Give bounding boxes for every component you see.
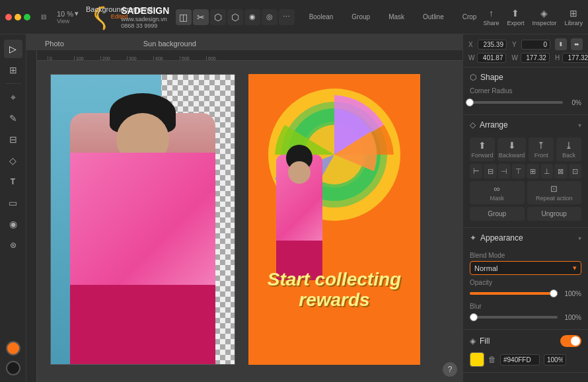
align-bottom-btn[interactable]: ⊥	[540, 164, 553, 178]
y-value-input[interactable]	[521, 40, 550, 50]
fill-toggle-knob	[571, 336, 580, 346]
distribute-v-btn[interactable]: ⊡	[569, 164, 581, 178]
zoom-arrow: ▾	[75, 9, 79, 18]
brush-tool-btn[interactable]: ⊟	[4, 130, 22, 149]
align-row: ⊢ ⊟ ⊣ ⊤ ⊞ ⊥ ⊠ ⊡	[470, 164, 581, 178]
group-btn[interactable]: Group	[348, 11, 374, 23]
shape-tool-btn[interactable]: ▭	[4, 194, 22, 212]
forward-btn[interactable]: ⬆ Forward	[470, 137, 495, 161]
secondary-color-swatch[interactable]	[6, 361, 20, 375]
design-canvas[interactable]: Start collecting rewards	[248, 74, 420, 365]
export-btn[interactable]: ⬆ Export	[507, 8, 524, 26]
primary-color-swatch[interactable]	[6, 341, 20, 356]
opacity-value: 100%	[562, 290, 581, 297]
blur-thumb[interactable]	[470, 313, 478, 321]
eraser-tool-btn[interactable]: ◇	[4, 151, 22, 170]
canvas-area[interactable]: 0 100 200 300 400 500 600 Photo Sun back…	[26, 34, 462, 382]
toolbar-more-icon[interactable]: ⋯	[279, 9, 295, 25]
front-btn[interactable]: ⤒ Front	[529, 137, 554, 161]
blur-slider[interactable]	[470, 312, 558, 323]
select-tool-btn[interactable]: ▷	[4, 40, 22, 58]
appearance-section-title: Appearance	[480, 233, 574, 243]
back-btn[interactable]: ⤓ Back	[556, 137, 581, 161]
mask-btn[interactable]: ∞ Mask	[470, 181, 525, 204]
ruler-tick-300: 300	[127, 56, 153, 60]
pen-tool-btn[interactable]: ⌖	[4, 88, 22, 106]
fill-trash-icon[interactable]: 🗑	[488, 355, 496, 364]
corner-radius-thumb[interactable]	[466, 98, 474, 106]
group-btn-arrange[interactable]: Group	[470, 207, 525, 221]
flip-v-icon[interactable]: ⬌	[571, 38, 583, 50]
brand-phone: 0868 33 9999	[121, 22, 169, 29]
corner-radius-label: Corner Radius	[470, 87, 581, 95]
fill-hex-input[interactable]	[500, 354, 540, 365]
toolbar-select-icon[interactable]: ◫	[176, 9, 192, 25]
design-person	[270, 155, 329, 287]
close-window-btn[interactable]	[5, 14, 12, 20]
toolbar-shape-icon[interactable]: ⬡	[210, 9, 226, 25]
library-btn[interactable]: ⊞ Library	[564, 8, 583, 26]
toolbar-shape2-icon[interactable]: ⬡	[227, 9, 243, 25]
help-btn[interactable]: ?	[443, 362, 457, 377]
pencil-tool-btn[interactable]: ✎	[4, 109, 22, 128]
opacity-thumb[interactable]	[550, 289, 558, 297]
arrange-section-header[interactable]: ◇ Arrange ▾	[463, 115, 588, 135]
opacity-slider[interactable]	[470, 288, 558, 299]
crop-btn[interactable]: Crop	[459, 11, 481, 23]
mask-btn[interactable]: Mask	[385, 11, 408, 23]
design-text-area: Start collecting rewards	[256, 270, 412, 311]
person-pants	[70, 285, 215, 364]
appearance-section-header[interactable]: ✦ Appearance ▾	[463, 228, 588, 248]
view-label[interactable]: View	[57, 18, 69, 24]
shape-section-header[interactable]: ⬡ Shape	[463, 67, 588, 87]
canvas-content: Start collecting rewards	[37, 61, 462, 382]
sidebar-toggle-btn[interactable]: ⊟	[38, 12, 49, 22]
mask-tool-btn[interactable]: ⊞	[4, 61, 22, 79]
minimize-window-btn[interactable]	[15, 14, 21, 20]
fill-tool-btn[interactable]: ◉	[4, 215, 22, 233]
fill-section-title: Fill	[480, 336, 556, 346]
ungroup-btn[interactable]: Ungroup	[527, 207, 582, 221]
w2-value-input[interactable]	[521, 53, 550, 63]
backward-btn[interactable]: ⬇ Backward	[497, 137, 527, 161]
blur-row: Blur 100%	[470, 303, 581, 323]
blur-tool-btn[interactable]: ⊛	[4, 236, 22, 254]
outline-btn[interactable]: Outline	[419, 11, 448, 23]
zoom-display[interactable]: 10 % ▾	[57, 9, 79, 18]
align-right-btn[interactable]: ⊣	[498, 164, 511, 178]
blend-mode-select[interactable]: Normal ▾	[470, 261, 581, 275]
w-value-input[interactable]	[477, 53, 506, 63]
align-center-v-btn[interactable]: ⊞	[527, 164, 539, 178]
text-tool-btn[interactable]: T	[4, 172, 22, 191]
inspector-btn[interactable]: ◈ Inspector	[532, 8, 556, 26]
align-center-h-btn[interactable]: ⊟	[484, 164, 496, 178]
toolbar-cut-icon[interactable]: ✂	[193, 9, 209, 25]
share-btn[interactable]: ↑ Share	[483, 8, 499, 26]
distribute-h-btn[interactable]: ⊠	[554, 164, 567, 178]
h-value-input[interactable]	[562, 53, 588, 63]
corner-radius-slider[interactable]	[470, 97, 563, 108]
toolbar-glasses2-icon[interactable]: ◎	[262, 9, 277, 25]
align-left-btn[interactable]: ⊢	[470, 164, 482, 178]
x-value-input[interactable]	[478, 40, 507, 50]
toolbar-glasses-icon[interactable]: ◉	[244, 9, 260, 25]
w2-label: W	[511, 54, 517, 61]
photo-canvas-label: Photo	[45, 40, 64, 48]
fill-toggle[interactable]	[560, 335, 581, 347]
design-main-text: Start collecting rewards	[256, 270, 412, 311]
backward-label: Backward	[499, 152, 525, 159]
back-icon: ⤓	[565, 140, 573, 151]
boolean-btn[interactable]: Boolean	[305, 11, 338, 23]
ruler-tick-600: 600	[206, 56, 233, 60]
fill-color-swatch[interactable]	[470, 352, 484, 367]
flip-h-icon[interactable]: ⬍	[555, 38, 567, 50]
photo-canvas[interactable]	[50, 74, 235, 365]
fill-opacity-input[interactable]	[544, 354, 566, 365]
opacity-row: Opacity 100%	[470, 279, 581, 299]
repeat-action-btn[interactable]: ⊡ Repeat action	[527, 181, 582, 204]
maximize-window-btn[interactable]	[24, 14, 30, 20]
align-top-btn[interactable]: ⊤	[512, 164, 525, 178]
sun-canvas-label: Sun background	[143, 40, 196, 48]
fill-section-icon: ◈	[470, 336, 476, 346]
fill-color-row: 🗑	[463, 352, 588, 372]
